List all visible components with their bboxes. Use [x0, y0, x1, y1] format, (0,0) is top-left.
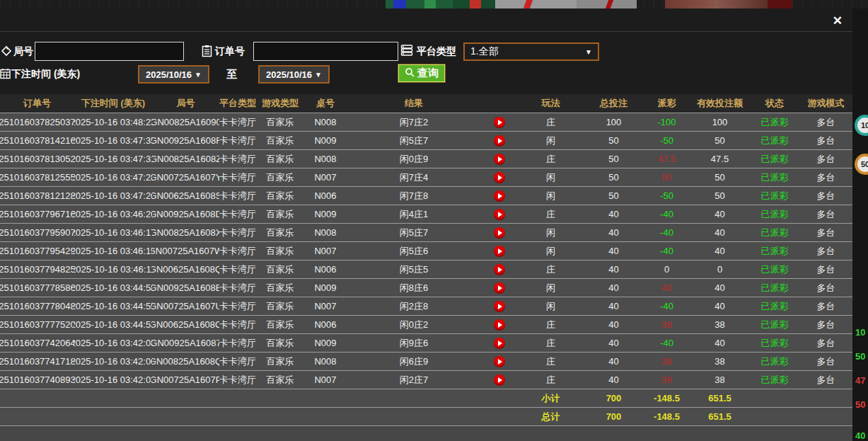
cell-status: 已派彩 — [750, 150, 799, 168]
cell-result: 闲7庄8 — [347, 187, 481, 205]
cell-status: 已派彩 — [750, 205, 799, 223]
cell-game_type: 百家乐 — [256, 168, 304, 186]
replay-play-icon[interactable] — [494, 172, 505, 183]
cell-play: 庄 — [518, 334, 584, 352]
chevron-down-icon: ▼ — [315, 71, 322, 79]
cell-game_type: 百家乐 — [256, 316, 304, 333]
cell-payout: -40 — [644, 334, 690, 352]
replay-play-icon[interactable] — [494, 319, 505, 331]
cell-bet_time: 2025-10-16 03:42:08 — [74, 334, 152, 352]
round-input[interactable] — [35, 42, 184, 61]
replay-play-icon[interactable] — [494, 374, 505, 386]
platform-type-select[interactable]: 1.全部 ▼ — [463, 42, 599, 61]
cell-result: 闲0庄9 — [347, 150, 481, 168]
replay-play-icon[interactable] — [494, 190, 505, 202]
cell-order_no: 251016037796716 — [0, 205, 74, 223]
date-to-picker[interactable]: 2025/10/16 ▼ — [258, 65, 330, 84]
play-triangle — [498, 304, 502, 309]
cell-round_no: GN00725A1607P — [152, 371, 219, 389]
round-label: 局号 — [13, 45, 33, 58]
cell-platform: 卡卡湾厅 — [219, 113, 256, 131]
replay-play-icon[interactable] — [494, 264, 505, 275]
cell-game_type: 百家乐 — [256, 279, 304, 297]
cell-total_bet: 40 — [584, 205, 644, 223]
cell-order_no: 251016037814216 — [0, 132, 74, 149]
cell-mode: 多台 — [799, 113, 852, 131]
cell-order_no: 251016037740893 — [0, 371, 74, 389]
close-icon[interactable]: ✕ — [833, 14, 843, 28]
subtotal-status — [750, 389, 799, 407]
table-header-row: 订单号下注时间 (美东)局号平台类型游戏类型桌号结果玩法总投注派彩有效投注额状态… — [0, 94, 852, 113]
replay-play-icon[interactable] — [494, 154, 505, 165]
cell-replay — [481, 205, 518, 223]
total-table_no — [304, 408, 347, 425]
cell-valid_bet: 40 — [690, 242, 750, 260]
cell-bet_time: 2025-10-16 03:47:26 — [74, 187, 152, 205]
replay-play-icon[interactable] — [494, 227, 505, 239]
replay-play-icon[interactable] — [494, 301, 505, 312]
replay-play-icon[interactable] — [494, 338, 505, 349]
subtotal-payout: -148.5 — [644, 389, 690, 407]
cell-total_bet: 50 — [584, 132, 644, 149]
cell-round_no: GN00925A16087 — [152, 334, 219, 352]
cell-table_no: N006 — [304, 187, 347, 205]
cell-bet_time: 2025-10-16 03:44:55 — [74, 297, 152, 315]
total-payout: -148.5 — [644, 408, 690, 425]
cell-round_no: GN00725A1607U — [152, 297, 219, 315]
search-button[interactable]: 查询 — [398, 64, 445, 82]
bg-icon-fragment — [470, 0, 481, 8]
order-input[interactable] — [253, 42, 398, 61]
cell-order_no: 251016037825037 — [0, 113, 74, 131]
cell-play: 闲 — [518, 187, 584, 205]
replay-play-icon[interactable] — [494, 356, 505, 367]
cell-platform: 卡卡湾厅 — [219, 371, 256, 389]
play-triangle — [498, 230, 502, 236]
cell-result: 闲9庄6 — [347, 334, 481, 352]
replay-play-icon[interactable] — [494, 209, 505, 220]
cell-replay — [481, 279, 518, 297]
cell-status: 已派彩 — [750, 224, 799, 241]
cell-status: 已派彩 — [750, 113, 799, 131]
bg-number-fragment: 50 — [855, 351, 865, 362]
column-header-play: 玩法 — [518, 94, 584, 113]
cell-payout: -50 — [644, 132, 690, 149]
cell-game_type: 百家乐 — [256, 260, 304, 278]
cell-result: 闲4庄1 — [347, 205, 481, 223]
table-row: 2510160377420642025-10-16 03:42:08GN0092… — [0, 333, 852, 352]
cell-play: 闲 — [518, 297, 584, 315]
replay-play-icon[interactable] — [494, 117, 505, 128]
cell-play: 庄 — [518, 205, 584, 223]
bg-chip-10: 10 — [855, 115, 868, 136]
cell-valid_bet: 100 — [690, 113, 750, 131]
subtotal-total_bet: 700 — [584, 389, 644, 407]
platform-list-icon — [400, 44, 413, 59]
column-header-table_no: 桌号 — [304, 94, 347, 113]
cell-status: 已派彩 — [750, 279, 799, 297]
cell-total_bet: 40 — [584, 371, 644, 389]
cell-result: 闲5庄7 — [347, 132, 481, 149]
replay-play-icon[interactable] — [494, 135, 505, 147]
cell-round_no: GN00725A1607Y — [152, 168, 219, 186]
cell-play: 闲 — [518, 279, 584, 297]
cell-round_no: GN00825A1608X — [152, 224, 219, 241]
cell-platform: 卡卡湾厅 — [219, 168, 256, 186]
subtotal-row: 小计700-148.5651.5 — [0, 389, 852, 407]
cell-status: 已派彩 — [750, 334, 799, 352]
table-row: 2510160377959072025-10-16 03:46:17GN0082… — [0, 223, 852, 241]
divider — [0, 31, 852, 32]
chevron-down-icon: ▼ — [195, 71, 202, 79]
bg-video-fragment — [714, 0, 768, 8]
chevron-down-icon: ▼ — [585, 48, 592, 56]
replay-play-icon[interactable] — [494, 246, 505, 257]
cell-platform: 卡卡湾厅 — [219, 334, 256, 352]
replay-play-icon[interactable] — [494, 282, 505, 294]
cell-play: 庄 — [518, 113, 584, 131]
total-platform — [219, 408, 256, 425]
date-from-picker[interactable]: 2025/10/16 ▼ — [138, 65, 209, 84]
cell-game_type: 百家乐 — [256, 297, 304, 315]
column-header-game_type: 游戏类型 — [256, 94, 304, 113]
cell-platform: 卡卡湾厅 — [219, 242, 256, 260]
search-button-label: 查询 — [417, 67, 439, 80]
cell-bet_time: 2025-10-16 03:44:53 — [74, 316, 152, 333]
cell-status: 已派彩 — [750, 316, 799, 333]
